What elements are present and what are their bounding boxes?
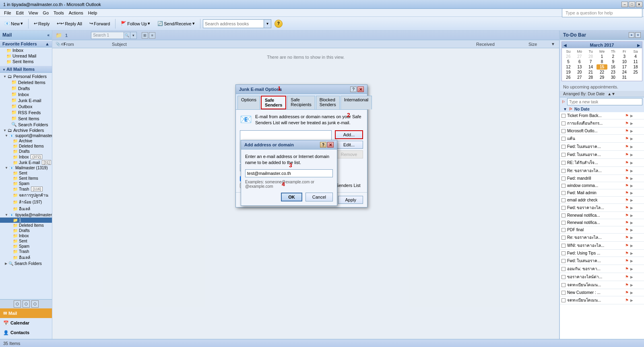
- task-flag-icon[interactable]: ⚑: [625, 220, 629, 225]
- cal-day[interactable]: 28: [585, 75, 597, 80]
- sidebar-archive-folders[interactable]: ▼ 🗂 Archive Folders: [0, 127, 52, 133]
- task-arrow-icon[interactable]: ▶: [630, 214, 633, 218]
- sidebar-outbox[interactable]: 📁 Outbox: [0, 103, 52, 109]
- task-item[interactable]: PDF final ⚑ ▶: [560, 226, 644, 234]
- cal-day[interactable]: 25: [630, 70, 641, 75]
- cal-day[interactable]: 7: [585, 59, 597, 64]
- sidebar-tipyada-thai[interactable]: 📁 อีเมลล์: [0, 254, 52, 261]
- task-arrow-icon[interactable]: ▶: [630, 244, 633, 248]
- favorite-folders-header[interactable]: Favorite Folders ▲: [0, 41, 52, 47]
- task-flag-icon[interactable]: ⚑: [625, 251, 629, 255]
- sidebar-support[interactable]: ▼ 📧 support@mailmaster.co: [0, 133, 52, 138]
- cal-day[interactable]: 14: [585, 64, 597, 70]
- menu-go[interactable]: Go: [40, 10, 51, 16]
- task-checkbox[interactable]: [561, 184, 566, 188]
- task-arrow-icon[interactable]: ▶: [630, 137, 633, 141]
- junk-apply-button[interactable]: Apply: [338, 196, 363, 204]
- sidebar-deleted-items[interactable]: 📁 Deleted Items: [0, 79, 52, 85]
- add-button[interactable]: Add...: [335, 130, 363, 139]
- task-flag-icon[interactable]: ⚑: [625, 213, 629, 218]
- task-arrow-icon[interactable]: ▶: [630, 191, 633, 195]
- task-checkbox[interactable]: [561, 114, 566, 118]
- todo-expand-btn[interactable]: »: [629, 32, 634, 38]
- address-search-box[interactable]: ▾: [203, 19, 271, 28]
- cal-day[interactable]: 29: [597, 75, 608, 80]
- sidebar-mm-sent-items[interactable]: 📁 Sent Items: [0, 176, 52, 181]
- task-item[interactable]: Re: ขอราคาอะไล... ⚑ ▶: [560, 167, 644, 175]
- task-item[interactable]: ขอราคาอะไลน์ต่า... ⚑ ▶: [560, 273, 644, 281]
- task-item[interactable]: New Customer : ... ⚑ ▶: [560, 289, 644, 296]
- task-arrow-icon[interactable]: ▶: [630, 161, 633, 165]
- task-item[interactable]: Fwd: ใบเสนอราค... ⚑ ▶: [560, 257, 644, 265]
- task-flag-icon[interactable]: ⚑: [625, 243, 629, 248]
- sidebar-mm-trash[interactable]: 📁 Trash (116): [0, 186, 52, 192]
- sidebar-rss[interactable]: 📁 RSS Feeds: [0, 109, 52, 115]
- task-arrow-icon[interactable]: ▶: [630, 206, 633, 210]
- task-item[interactable]: Fwd: ขอราคาอะไล... ⚑ ▶: [560, 204, 644, 212]
- task-arrow-icon[interactable]: ▶: [630, 129, 633, 133]
- cal-day[interactable]: 31: [619, 75, 630, 80]
- cal-day[interactable]: 9: [607, 59, 619, 64]
- add-dialog-ok-button[interactable]: OK: [281, 193, 302, 201]
- task-item[interactable]: Fwd: Mail admin ⚑ ▶: [560, 189, 644, 197]
- sidebar-support-junk[interactable]: 📁 Junk E-mail [31]: [0, 160, 52, 165]
- task-item[interactable]: Fwd: mandrill ⚑ ▶: [560, 175, 644, 182]
- task-flag-icon[interactable]: ⚑: [625, 183, 629, 188]
- edit-button[interactable]: Edit...: [335, 141, 363, 149]
- task-arrow-icon[interactable]: ▶: [630, 121, 633, 125]
- task-checkbox[interactable]: [561, 161, 566, 165]
- task-checkbox[interactable]: [561, 145, 566, 149]
- task-checkbox[interactable]: [561, 153, 566, 157]
- sidebar-search-folders[interactable]: 🔍 Search Folders: [0, 121, 52, 127]
- task-arrow-icon[interactable]: ▶: [630, 259, 633, 263]
- menu-file[interactable]: File: [2, 10, 14, 16]
- maximize-button[interactable]: □: [629, 2, 635, 7]
- cal-day[interactable]: 10: [619, 59, 630, 64]
- task-checkbox[interactable]: [561, 206, 566, 210]
- task-checkbox[interactable]: [561, 298, 566, 302]
- task-arrow-icon[interactable]: ▶: [630, 291, 633, 295]
- cal-day[interactable]: 21: [585, 70, 597, 75]
- minimize-button[interactable]: –: [621, 2, 628, 7]
- tab-international[interactable]: International: [341, 96, 372, 109]
- sidebar-support-archive[interactable]: 📁 Archive: [0, 138, 52, 144]
- cal-day[interactable]: 27: [574, 75, 585, 80]
- task-flag-icon[interactable]: ⚑: [625, 113, 629, 118]
- new-button[interactable]: 📧 New ▾: [2, 18, 26, 29]
- task-checkbox[interactable]: [561, 236, 566, 240]
- todo-options-btn[interactable]: ≡: [635, 32, 641, 38]
- task-checkbox[interactable]: [561, 169, 566, 173]
- sidebar-inbox-personal[interactable]: 📁 Inbox: [0, 91, 52, 97]
- reply-all-button[interactable]: ↩↩ Reply All: [54, 18, 85, 29]
- sidebar-drafts[interactable]: 📁 Drafts: [0, 85, 52, 91]
- cal-day-today[interactable]: 15: [597, 64, 608, 70]
- task-checkbox[interactable]: [561, 121, 566, 125]
- sidebar-tipyada-trash[interactable]: 📁 Trash: [0, 249, 52, 254]
- task-flag-icon[interactable]: ⚑: [625, 136, 629, 141]
- cal-day[interactable]: 4: [630, 54, 641, 59]
- task-item[interactable]: จดทะเบียนโดเมน... ⚑ ▶: [560, 281, 644, 289]
- task-flag-icon[interactable]: ⚑: [625, 198, 629, 202]
- task-flag-icon[interactable]: ⚑: [625, 191, 629, 195]
- task-arrow-icon[interactable]: ▶: [630, 236, 633, 240]
- cal-day[interactable]: 16: [607, 64, 619, 70]
- sidebar-mm-thai1[interactable]: 📁 จดการรูปลูกค้าน: [0, 192, 52, 199]
- sidebar-support-deleted[interactable]: 📁 Deleted Items: [0, 144, 52, 149]
- junk-help-button[interactable]: ?: [350, 86, 357, 92]
- task-item[interactable]: window comma... ⚑ ▶: [560, 182, 644, 189]
- task-flag-icon[interactable]: ⚑: [625, 275, 629, 279]
- task-checkbox[interactable]: [561, 129, 566, 133]
- task-item[interactable]: Fwd: Using Tips ... ⚑ ▶: [560, 250, 644, 257]
- cal-day[interactable]: 18: [630, 64, 641, 70]
- task-arrow-icon[interactable]: ▶: [630, 145, 633, 149]
- add-dialog-cancel-button[interactable]: Cancel: [305, 193, 333, 201]
- task-item[interactable]: Ticket From Back... ⚑ ▶: [560, 112, 644, 119]
- nav-control-2[interactable]: ⬡: [23, 300, 30, 308]
- task-arrow-icon[interactable]: ▶: [630, 114, 633, 118]
- cal-day[interactable]: 5: [563, 59, 574, 64]
- task-item[interactable]: Microsoft Outlo... ⚑ ▶: [560, 127, 644, 135]
- task-arrow-icon[interactable]: ▶: [630, 275, 633, 279]
- task-checkbox[interactable]: [561, 228, 566, 232]
- task-item[interactable]: การแจ้งเดือนกิจกร... ⚑ ▶: [560, 119, 644, 127]
- sidebar-tipyada[interactable]: ▼ 📧 tipyada@mailmaster.co: [0, 212, 52, 218]
